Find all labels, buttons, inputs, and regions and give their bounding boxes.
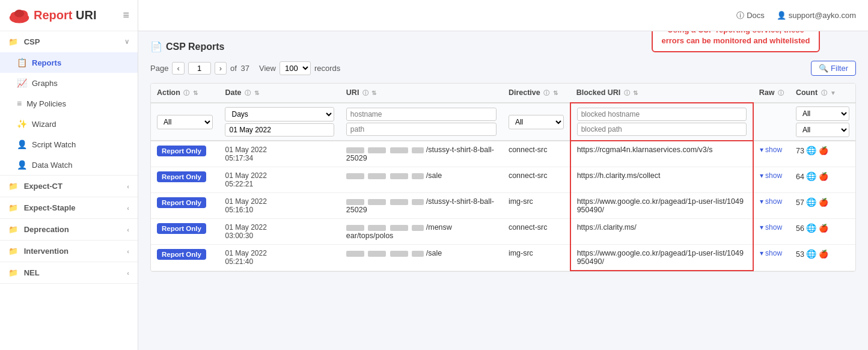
sidebar-section-deprecation: 📁 Deprecation ‹	[0, 219, 138, 241]
show-link[interactable]: ▾ show	[760, 223, 784, 232]
table-row: Report Only 01 May 202205:17:34 /stussy-…	[151, 141, 855, 167]
main-content: ⓘ Docs 👤 support@ayko.com 📄 CSP Reports …	[138, 0, 868, 350]
report-only-badge: Report Only	[157, 197, 206, 208]
table-row: Report Only 01 May 202203:00:30 /mensw e…	[151, 219, 855, 245]
action-cell: Report Only	[151, 193, 219, 219]
show-link[interactable]: ▾ show	[760, 249, 784, 257]
count-cell: 53 🌐 🍎	[790, 245, 855, 271]
sort-icon-action[interactable]: ⇅	[193, 90, 198, 96]
blocked-hostname-input[interactable]	[577, 108, 747, 121]
view-records-select[interactable]: 100 50 25	[280, 61, 311, 75]
svg-point-3	[14, 10, 24, 17]
apple-icon: 🍎	[819, 250, 828, 259]
col-directive: Directive ⓘ ⇅	[503, 84, 570, 103]
sort-icon-uri[interactable]: ⇅	[371, 90, 376, 96]
folder-icon-expect-staple: 📁	[8, 203, 18, 212]
raw-cell: ▾ show	[753, 219, 790, 245]
blocked-path-input[interactable]	[577, 123, 747, 136]
docs-link[interactable]: ⓘ Docs	[736, 10, 765, 21]
date-cell: 01 May 202203:00:30	[219, 219, 340, 245]
filter-label: Filter	[831, 64, 848, 73]
sort-icon-count[interactable]: ▼	[830, 90, 836, 96]
sort-icon-directive[interactable]: ⇅	[553, 90, 558, 96]
action-filter-select[interactable]: All Report Only Enforce	[157, 115, 213, 129]
show-link[interactable]: ▾ show	[760, 197, 784, 206]
sidebar-section-label-nel: NEL	[24, 268, 40, 277]
directive-cell: img-src	[503, 193, 570, 219]
chevron-left-icon-expect-ct: ‹	[127, 183, 129, 190]
next-page-button[interactable]: ›	[215, 62, 227, 75]
sidebar-item-label-graphs: Graphs	[32, 79, 58, 88]
page-title-icon: 📄	[150, 41, 162, 52]
sidebar-item-script-watch[interactable]: 👤 Script Watch	[0, 134, 138, 155]
wizard-icon: ✨	[17, 119, 27, 129]
browser-icon: 🌐	[806, 249, 816, 259]
prev-page-button[interactable]: ‹	[172, 62, 184, 75]
sidebar-section-header-intervention[interactable]: 📁 Intervention ‹	[0, 241, 138, 262]
folder-icon-expect-ct: 📁	[8, 182, 18, 191]
folder-icon-csp: 📁	[8, 37, 18, 46]
directive-filter-select[interactable]: All connect-src img-src	[509, 115, 564, 129]
filter-action: All Report Only Enforce	[151, 103, 219, 141]
of-label: of 37	[230, 64, 249, 73]
filter-raw	[753, 103, 790, 141]
show-link[interactable]: ▾ show	[760, 171, 784, 180]
sidebar-section-header-deprecation[interactable]: 📁 Deprecation ‹	[0, 219, 138, 240]
filter-button[interactable]: 🔍 Filter	[811, 61, 856, 76]
show-link[interactable]: ▾ show	[760, 146, 784, 154]
view-label: View	[259, 64, 276, 73]
filter-blocked-uri	[570, 103, 753, 141]
date-cell: 01 May 202205:17:34	[219, 141, 340, 167]
uri-cell: /mensw ear/tops/polos	[340, 219, 503, 245]
filter-date: Days Hours	[219, 103, 340, 141]
sort-icon-date[interactable]: ⇅	[254, 90, 259, 96]
graphs-icon: 📈	[17, 78, 27, 88]
sidebar-item-wizard[interactable]: ✨ Wizard	[0, 114, 138, 134]
apple-icon: 🍎	[819, 146, 828, 155]
page-label: Page	[150, 64, 168, 73]
directive-cell: connect-src	[503, 219, 570, 245]
sidebar-item-reports[interactable]: 📋 Reports	[0, 52, 138, 73]
sidebar-section-header-csp[interactable]: 📁 CSP ∨	[0, 31, 138, 52]
count-value: 57	[796, 198, 804, 207]
sidebar-item-my-policies[interactable]: ≡ My Policies	[0, 93, 138, 114]
raw-cell: ▾ show	[753, 193, 790, 219]
report-only-badge: Report Only	[157, 249, 206, 260]
count-from-select[interactable]: All	[796, 106, 849, 121]
browser-icon: 🌐	[806, 197, 816, 207]
blocked-uri-cell: https://www.google.co.kr/pagead/1p-user-…	[570, 193, 753, 219]
report-only-badge: Report Only	[157, 146, 206, 156]
logo-text: Report URI	[34, 8, 96, 22]
count-value: 64	[796, 173, 804, 181]
support-link[interactable]: 👤 support@ayko.com	[777, 11, 856, 20]
date-value-input[interactable]	[225, 123, 334, 137]
sidebar-section-header-expect-staple[interactable]: 📁 Expect-Staple ‹	[0, 197, 138, 218]
sidebar-section-label-expect-ct: Expect-CT	[24, 182, 63, 191]
directive-cell: connect-src	[503, 141, 570, 167]
blocked-uri-cell: https://www.google.co.kr/pagead/1p-user-…	[570, 245, 753, 271]
action-cell: Report Only	[151, 167, 219, 193]
topbar: ⓘ Docs 👤 support@ayko.com	[138, 0, 868, 31]
records-label: records	[314, 64, 340, 73]
uri-path-input[interactable]	[346, 123, 497, 136]
info-icon-directive: ⓘ	[543, 90, 549, 96]
filter-icon: 🔍	[819, 64, 828, 73]
sidebar-section-intervention: 📁 Intervention ‹	[0, 241, 138, 262]
chevron-left-icon-intervention: ‹	[127, 248, 129, 255]
hamburger-icon[interactable]: ≡	[123, 9, 129, 22]
info-icon-uri: ⓘ	[362, 90, 368, 96]
info-icon-action: ⓘ	[183, 90, 189, 96]
sidebar-item-graphs[interactable]: 📈 Graphs	[0, 73, 138, 93]
date-type-select[interactable]: Days Hours	[225, 107, 334, 121]
page-number-input[interactable]	[188, 62, 211, 75]
sidebar-item-data-watch[interactable]: 👤 Data Watch	[0, 155, 138, 175]
sidebar-section-header-expect-ct[interactable]: 📁 Expect-CT ‹	[0, 176, 138, 197]
sidebar-section-header-nel[interactable]: 📁 NEL ‹	[0, 262, 138, 283]
uri-hostname-input[interactable]	[346, 108, 497, 121]
count-to-select[interactable]: All	[796, 123, 849, 137]
docs-icon: ⓘ	[736, 10, 744, 21]
sidebar-item-label-reports: Reports	[32, 58, 61, 67]
table-row: Report Only 01 May 202205:21:40 /sale im…	[151, 245, 855, 271]
info-icon-blocked-uri: ⓘ	[624, 90, 630, 96]
sort-icon-blocked-uri[interactable]: ⇅	[633, 90, 638, 96]
